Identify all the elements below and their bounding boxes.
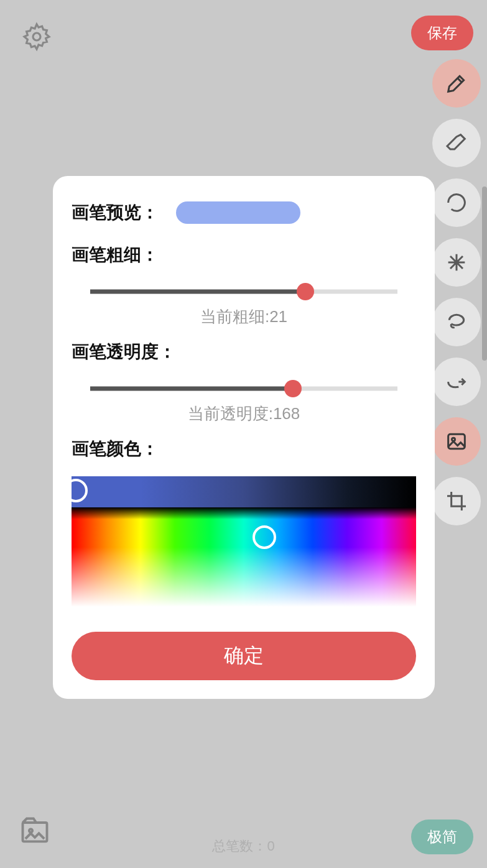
hue-selector-ring[interactable] [253,525,276,549]
crop-icon [444,489,469,514]
image-tool-button[interactable] [432,417,481,466]
settings-icon[interactable] [22,22,52,52]
stroke-count-label: 总笔数：0 [212,837,274,856]
slider-fill [90,387,293,391]
undo-icon [444,190,469,215]
redo-arrow-button[interactable] [432,358,481,406]
undo-tool-button[interactable] [432,178,481,227]
thickness-value-label: 当前粗细:21 [72,306,416,328]
brush-icon [444,71,469,96]
color-label: 画笔颜色： [72,437,416,461]
brightness-selector-ring[interactable] [64,479,88,502]
thickness-slider[interactable] [90,282,397,301]
slider-thumb[interactable] [297,283,314,300]
svg-rect-1 [448,434,465,448]
hue-saturation-area[interactable] [72,507,416,607]
arrow-right-icon [444,369,469,394]
opacity-slider[interactable] [90,379,397,398]
brightness-strip[interactable] [72,476,416,507]
eraser-tool-button[interactable] [432,119,481,167]
folder-icon[interactable] [19,815,51,843]
save-button[interactable]: 保存 [411,16,473,50]
lasso-tool-button[interactable] [432,298,481,346]
image-icon [444,429,469,454]
slider-fill [90,290,305,294]
brush-preview-swatch [176,201,300,224]
grid-asterisk-button[interactable] [432,238,481,287]
eraser-icon [444,131,469,155]
svg-point-0 [33,33,40,40]
color-picker[interactable] [72,476,416,607]
right-toolbar [432,59,481,525]
preview-label: 画笔预览： [72,201,159,224]
opacity-label: 画笔透明度： [72,340,416,364]
crop-tool-button[interactable] [432,477,481,525]
lasso-icon [444,310,469,335]
asterisk-icon [444,250,469,275]
brush-tool-button[interactable] [432,59,481,108]
confirm-button[interactable]: 确定 [72,632,416,680]
brush-settings-dialog: 画笔预览： 画笔粗细： 当前粗细:21 画笔透明度： 当前透明度:168 画笔颜… [53,176,435,699]
thickness-label: 画笔粗细： [72,243,416,267]
opacity-value-label: 当前透明度:168 [72,403,416,425]
slider-thumb[interactable] [284,380,302,397]
scrollbar[interactable] [482,187,487,361]
mode-button[interactable]: 极简 [411,820,473,854]
